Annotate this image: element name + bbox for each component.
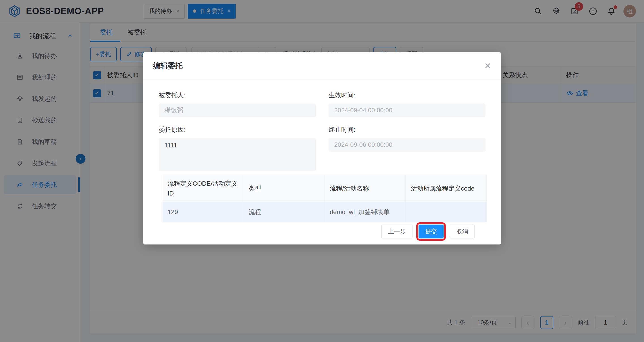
start-time-input: 2024-09-04 00:00:00 — [328, 104, 486, 117]
field-label: 委托原因: — [159, 126, 316, 134]
end-time-input: 2024-09-06 00:00:00 — [328, 138, 486, 152]
app-root: EOS8-DEMO-APP 我的待办 × 任务委托 × AI 5 — [0, 0, 644, 342]
cell-owner-code — [405, 202, 486, 222]
table-row: 129 流程 demo_wl_加签绑表单 — [162, 202, 486, 222]
cell-process-code: 129 — [162, 202, 243, 222]
cell-process-name: demo_wl_加签绑表单 — [324, 202, 406, 222]
field-start-time: 生效时间: 2024-09-04 00:00:00 — [328, 91, 486, 117]
process-definition-table: 流程定义CODE/活动定义ID 类型 流程/活动名称 活动所属流程定义code … — [162, 175, 486, 222]
previous-step-button[interactable]: 上一步 — [382, 224, 412, 238]
cancel-button[interactable]: 取消 — [450, 224, 475, 238]
delegatee-input: 稀饭粥 — [159, 104, 316, 117]
column-header-process-name: 流程/活动名称 — [324, 175, 406, 202]
field-end-time: 终止时间: 2024-09-06 00:00:00 — [328, 126, 486, 171]
table-header-row: 流程定义CODE/活动定义ID 类型 流程/活动名称 活动所属流程定义code — [162, 175, 486, 202]
modal-title: 编辑委托 — [153, 61, 182, 71]
delegation-form: 被委托人: 稀饭粥 生效时间: 2024-09-04 00:00:00 委托原因… — [159, 91, 486, 171]
column-header-process-code: 流程定义CODE/活动定义ID — [162, 175, 243, 202]
submit-button[interactable]: 提交 — [418, 224, 444, 238]
edit-delegation-modal: 编辑委托 ✕ 被委托人: 稀饭粥 生效时间: 2024-09-04 00:00:… — [143, 52, 501, 244]
reason-textarea[interactable]: 1111 — [159, 138, 316, 171]
cell-type: 流程 — [243, 202, 324, 222]
modal-body: 被委托人: 稀饭粥 生效时间: 2024-09-04 00:00:00 委托原因… — [143, 91, 501, 238]
field-reason: 委托原因: 1111 — [159, 126, 316, 171]
field-label: 被委托人: — [159, 91, 316, 100]
field-label: 生效时间: — [328, 91, 486, 100]
field-label: 终止时间: — [328, 126, 486, 134]
column-header-owner-code: 活动所属流程定义code — [405, 175, 486, 202]
field-delegatee: 被委托人: 稀饭粥 — [159, 91, 316, 117]
column-header-type: 类型 — [243, 175, 324, 202]
modal-header: 编辑委托 ✕ — [143, 52, 501, 80]
modal-footer: 上一步 提交 取消 — [159, 224, 475, 238]
close-icon[interactable]: ✕ — [484, 62, 491, 70]
